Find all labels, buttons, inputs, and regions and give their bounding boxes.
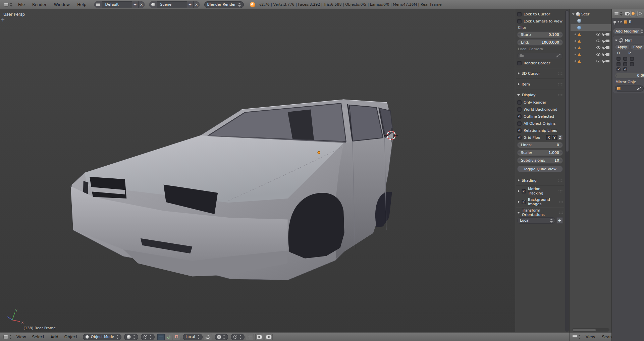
outliner-object-row[interactable] — [571, 58, 611, 64]
checkbox[interactable] — [517, 121, 522, 126]
transform-orientation-select[interactable]: Local — [183, 334, 203, 340]
copy-button[interactable]: Copy — [631, 44, 644, 50]
axis-x-toggle[interactable]: X — [546, 135, 551, 140]
grid-lines-field[interactable]: Lines:0 — [517, 142, 563, 148]
context-arrows-icon[interactable] — [618, 20, 622, 23]
mirror-modifier-header[interactable]: Mirr — [615, 38, 644, 43]
add-modifier-button[interactable]: Add Modifier — [613, 28, 643, 35]
expand-dot-icon[interactable] — [575, 34, 576, 35]
mirror-option-checkbox[interactable] — [623, 67, 627, 71]
visibility-eye-icon[interactable] — [596, 40, 600, 42]
grid-subdivisions-field[interactable]: Subdivisions:10 — [517, 157, 563, 164]
render-engine-select[interactable]: Blender Render — [204, 1, 244, 8]
all-object-origins-checkbox[interactable]: All Object Origins — [517, 120, 563, 127]
expand-toolshelf-icon[interactable]: + — [1, 17, 5, 23]
opengl-render-anim-button[interactable] — [265, 334, 273, 340]
lock-to-cursor-checkbox[interactable]: Lock to Cursor — [517, 11, 563, 17]
pivot-point-select[interactable] — [141, 334, 155, 340]
editor-type-button[interactable] — [613, 11, 624, 16]
viewport-shading-select[interactable] — [124, 334, 138, 340]
outliner-hscrollbar[interactable] — [572, 328, 609, 332]
grid-scale-field[interactable]: Scale:1.000 — [517, 150, 563, 156]
header-icon-button[interactable] — [637, 11, 643, 16]
outliner-hscrollbar-thumb[interactable] — [573, 329, 596, 331]
renderability-camera-icon[interactable] — [606, 40, 609, 42]
menu-window[interactable]: Window — [51, 2, 73, 7]
renderability-camera-icon[interactable] — [606, 60, 609, 62]
lock-camera-to-view-checkbox[interactable]: Lock Camera to View — [517, 18, 563, 24]
clip-start-field[interactable]: Start:0.100 — [517, 32, 563, 38]
menu-add[interactable]: Add — [48, 335, 61, 339]
car-model[interactable] — [71, 100, 394, 280]
mirror-option-checkbox[interactable] — [616, 57, 621, 61]
outliner-object-row[interactable] — [571, 51, 611, 58]
render-tab-icon[interactable] — [625, 12, 629, 15]
expanded-triangle-icon[interactable] — [572, 13, 574, 15]
eyedropper-icon[interactable] — [638, 87, 641, 91]
mirror-option-checkbox[interactable] — [630, 57, 634, 61]
checkbox[interactable] — [517, 61, 522, 65]
outliner-view-menu[interactable]: View — [583, 335, 598, 339]
panel-item[interactable]: Item — [517, 80, 563, 88]
render-border-checkbox[interactable]: Render Border — [517, 60, 563, 66]
snap-element-select[interactable] — [215, 334, 228, 340]
checkbox[interactable] — [517, 100, 522, 105]
toggle-quad-view-button[interactable]: Toggle Quad View — [517, 166, 563, 172]
expand-dot-icon[interactable] — [575, 60, 576, 62]
renderability-camera-icon[interactable] — [606, 53, 609, 56]
scene-browse-icon[interactable] — [149, 1, 157, 8]
add-orientation-button[interactable]: + — [556, 217, 563, 224]
clip-end-field[interactable]: End:1000.000 — [517, 39, 563, 46]
merge-limit-field[interactable]: 0.0010 — [615, 73, 644, 78]
mirror-option-checkbox[interactable] — [630, 62, 634, 66]
outliner-scene-row[interactable]: Scer — [571, 11, 611, 17]
panel-checkbox[interactable] — [522, 200, 526, 204]
world-background-checkbox[interactable]: World Background — [517, 106, 563, 113]
mode-select[interactable]: Object Mode — [83, 334, 121, 340]
checkbox[interactable] — [517, 12, 522, 16]
menu-render[interactable]: Render — [29, 2, 50, 7]
opengl-render-button[interactable] — [255, 334, 263, 340]
editor-type-button[interactable] — [3, 2, 14, 7]
renderability-camera-icon[interactable] — [606, 46, 609, 49]
eyedropper-icon[interactable] — [557, 54, 560, 58]
delete-scene-button[interactable]: × — [193, 1, 200, 8]
screen-layout-value[interactable]: Default — [102, 1, 132, 8]
visibility-eye-icon[interactable] — [596, 33, 600, 36]
axis-z-toggle[interactable]: Z — [557, 135, 563, 140]
panel-shading[interactable]: Shading — [517, 177, 563, 184]
local-camera-field[interactable] — [517, 53, 563, 59]
panel-display[interactable]: Display — [517, 91, 563, 99]
menu-help[interactable]: Help — [74, 2, 89, 7]
mirror-option-checkbox[interactable] — [623, 62, 627, 66]
outline-selected-checkbox[interactable]: Outline Selected — [517, 113, 563, 120]
only-render-checkbox[interactable]: Only Render — [517, 99, 563, 106]
apply-button[interactable]: Apply — [615, 44, 630, 50]
orientation-select[interactable]: Local — [517, 217, 555, 224]
panel-drag-grip[interactable] — [559, 211, 563, 214]
3d-viewport[interactable]: x y User Persp + (138) Rear Frame Lock t… — [0, 9, 570, 332]
axis-y-toggle[interactable]: Y — [552, 135, 557, 140]
header-icon-button[interactable] — [630, 11, 636, 16]
panel-drag-grip[interactable] — [559, 201, 563, 204]
visibility-eye-icon[interactable] — [596, 53, 600, 56]
object-origin-dot[interactable] — [318, 151, 320, 154]
checkbox[interactable] — [517, 114, 522, 119]
relationship-lines-checkbox[interactable]: Relationship Lines — [517, 127, 563, 134]
outliner-object-row[interactable] — [571, 44, 611, 51]
outliner-object-row[interactable] — [571, 31, 611, 38]
add-scene-button[interactable]: + — [187, 1, 193, 8]
checkbox[interactable] — [517, 128, 522, 133]
outliner-object-row[interactable] — [571, 38, 611, 44]
panel-transform-orientations[interactable]: Transform Orientations — [517, 209, 563, 216]
panel-drag-grip[interactable] — [558, 83, 563, 86]
renderability-camera-icon[interactable] — [606, 33, 609, 36]
menu-view[interactable]: View — [14, 335, 29, 339]
translate-manipulator-toggle[interactable] — [157, 334, 165, 340]
panel-3d-cursor[interactable]: 3D Cursor — [517, 70, 563, 77]
npanel-scrollbar-track[interactable] — [565, 10, 569, 332]
panel-checkbox[interactable] — [522, 189, 526, 193]
viewport-canvas[interactable]: x y — [0, 9, 570, 332]
mirror-option-checkbox[interactable] — [616, 67, 621, 71]
outliner-world-row[interactable] — [571, 17, 611, 24]
